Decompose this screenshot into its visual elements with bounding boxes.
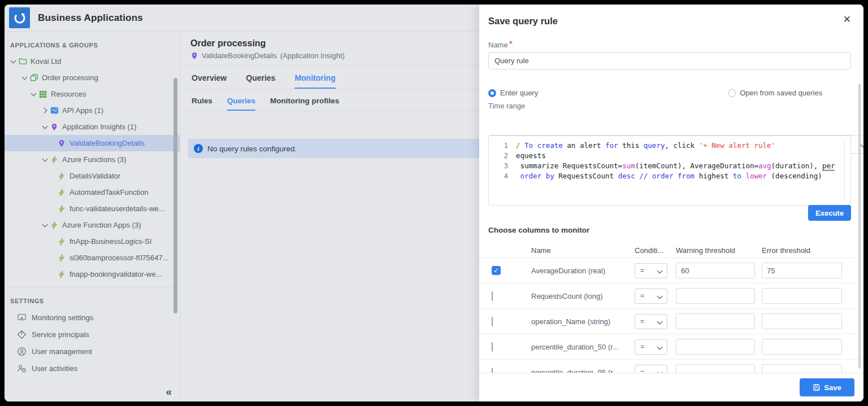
rule-name-input[interactable] bbox=[488, 52, 851, 69]
warning-threshold-input[interactable] bbox=[676, 263, 755, 278]
modal-footer: Save bbox=[479, 373, 863, 401]
settings-item-service-principals[interactable]: Service principals bbox=[5, 326, 180, 343]
user-clock-icon bbox=[17, 364, 27, 373]
tab-overview[interactable]: Overview bbox=[192, 73, 227, 89]
chevron-down-icon[interactable] bbox=[41, 126, 49, 128]
tree-item-label: ValidateBookingDetails bbox=[70, 139, 145, 147]
tab-queries[interactable]: Queries bbox=[246, 73, 275, 89]
chevron-down-icon[interactable] bbox=[20, 77, 28, 79]
required-asterisk: * bbox=[509, 40, 513, 49]
warning-threshold-input[interactable] bbox=[676, 313, 755, 329]
checkbox-checked[interactable]: ✓ bbox=[492, 266, 501, 275]
sidebar-section-settings: SETTINGS bbox=[5, 287, 180, 309]
error-threshold-input[interactable] bbox=[762, 263, 842, 278]
settings-item-user-activities[interactable]: User activities bbox=[5, 360, 180, 377]
checkbox-unchecked[interactable] bbox=[492, 342, 493, 352]
open-saved-queries-label: Open from saved queries bbox=[740, 89, 822, 97]
chevron-right-icon[interactable] bbox=[41, 108, 49, 112]
subtab-rules[interactable]: Rules bbox=[192, 97, 212, 111]
condition-value: = bbox=[640, 317, 644, 325]
sidebar-collapse-button[interactable]: « bbox=[166, 386, 172, 398]
tree-item-azure-function-apps-3[interactable]: Azure Function Apps (3) bbox=[5, 217, 180, 233]
code-text: order by RequestsCount desc // order fro… bbox=[516, 171, 822, 181]
subtabs-divider bbox=[180, 111, 479, 111]
chevron-down-icon[interactable] bbox=[41, 159, 49, 161]
error-threshold-input[interactable] bbox=[762, 288, 842, 304]
chevron-down-icon bbox=[657, 268, 663, 273]
bolt-icon bbox=[57, 172, 66, 181]
tree-item-azure-functions-3[interactable]: Azure Functions (3) bbox=[5, 151, 180, 168]
chevron-down-icon[interactable] bbox=[29, 93, 37, 95]
subtab-monitoring-profiles[interactable]: Monitoring profiles bbox=[270, 97, 339, 111]
modal-title: Save query rule bbox=[479, 5, 863, 27]
column-header-warning: Warning threshold bbox=[676, 246, 762, 255]
main-panel: Order processing ValidateBookingDetails … bbox=[180, 32, 479, 401]
condition-select[interactable]: = bbox=[635, 314, 667, 329]
condition-value: = bbox=[640, 267, 644, 274]
grid-icon bbox=[38, 90, 47, 99]
chevron-down-icon[interactable] bbox=[9, 60, 17, 63]
application-title: Order processing bbox=[180, 32, 479, 50]
tree-item-automatedtaskfunction[interactable]: AutomatedTaskFunction bbox=[5, 184, 180, 200]
checkbox-unchecked[interactable] bbox=[492, 317, 493, 326]
resource-subtitle: ValidateBookingDetails (Application Insi… bbox=[180, 50, 479, 65]
sidebar-scrollbar[interactable] bbox=[173, 78, 177, 313]
tree-item-label: func-validateuserdetails-we... bbox=[70, 204, 164, 213]
error-threshold-input[interactable] bbox=[762, 313, 842, 329]
execute-button[interactable]: Execute bbox=[808, 205, 851, 221]
line-number: 3 bbox=[489, 161, 516, 171]
settings-item-label: User activities bbox=[32, 364, 77, 373]
open-saved-queries-radio[interactable] bbox=[728, 89, 736, 97]
settings-item-user-management[interactable]: User management bbox=[5, 343, 180, 360]
tree-item-application-insights-1[interactable]: Application Insights (1) bbox=[5, 119, 180, 135]
tree-item-resources[interactable]: Resources bbox=[5, 86, 180, 102]
editor-line: 3 summarize RequestsCount=sum(itemCount)… bbox=[489, 161, 850, 171]
tree-item-order-processing[interactable]: Order processing bbox=[5, 69, 180, 86]
condition-select[interactable]: = bbox=[635, 339, 667, 355]
tree-item-kovai-ltd[interactable]: Kovai Ltd bbox=[5, 53, 180, 69]
chevron-down-icon bbox=[657, 344, 663, 350]
checkbox-unchecked[interactable] bbox=[492, 291, 493, 301]
code-text: / To create an alert for this query, cli… bbox=[516, 141, 775, 151]
tree-item-label: fnApp-BusinessLogics-SI bbox=[70, 237, 151, 246]
tree-item-detailsvalidator[interactable]: DetailsValidator bbox=[5, 168, 180, 184]
condition-select[interactable]: = bbox=[635, 263, 667, 278]
condition-select[interactable]: = bbox=[635, 289, 667, 304]
tree-item-fnapp-businesslogics-si[interactable]: fnApp-BusinessLogics-SI bbox=[5, 233, 180, 250]
error-threshold-input[interactable] bbox=[762, 339, 842, 355]
save-button[interactable]: Save bbox=[800, 378, 854, 396]
subtab-queries[interactable]: Queries bbox=[227, 97, 255, 111]
applications-tree: Kovai LtdOrder processingResourcesAPI Ap… bbox=[5, 53, 180, 282]
editor-line: 4 order by RequestsCount desc // order f… bbox=[489, 171, 850, 181]
tree-item-api-apps-1[interactable]: API Apps (1) bbox=[5, 102, 180, 119]
columns-table-header: Name Conditi... Warning threshold Error … bbox=[479, 244, 863, 256]
pin-icon bbox=[50, 123, 59, 132]
close-icon[interactable]: ✕ bbox=[843, 15, 851, 24]
editor-scroll-track bbox=[844, 139, 845, 202]
bolt-icon bbox=[57, 237, 66, 246]
tree-item-sl360bamprocessor-f075647[interactable]: sl360bamprocessor-f075647... bbox=[5, 250, 180, 266]
warning-threshold-input[interactable] bbox=[676, 288, 755, 304]
tree-item-label: DetailsValidator bbox=[70, 172, 120, 180]
save-icon bbox=[813, 383, 821, 391]
modal-scrollbar[interactable] bbox=[858, 84, 861, 369]
tree-item-fnapp-bookingvalidator-we[interactable]: fnapp-bookingvalidator-we... bbox=[5, 266, 180, 282]
pin-icon bbox=[57, 139, 66, 148]
tree-item-func-validateuserdetails-we[interactable]: func-validateuserdetails-we... bbox=[5, 200, 180, 217]
warning-threshold-input[interactable] bbox=[676, 339, 755, 355]
name-field-label: Name* bbox=[488, 40, 851, 50]
app-insights-pin-icon bbox=[190, 52, 198, 60]
settings-list: Monitoring settingsService principalsUse… bbox=[5, 309, 180, 377]
tree-item-validatebookingdetails[interactable]: ValidateBookingDetails bbox=[5, 135, 180, 151]
settings-item-monitoring-settings[interactable]: Monitoring settings bbox=[5, 309, 180, 326]
enter-query-radio[interactable] bbox=[488, 89, 496, 97]
chevron-down-icon[interactable] bbox=[41, 224, 49, 226]
tab-monitoring[interactable]: Monitoring bbox=[294, 73, 335, 89]
tab-bar: OverviewQueriesMonitoring bbox=[180, 66, 479, 89]
query-editor[interactable]: 1/ To create an alert for this query, cl… bbox=[488, 136, 851, 206]
bolt-icon bbox=[50, 221, 59, 230]
screenshot-frame: Business Applications APPLICATIONS & GRO… bbox=[0, 0, 868, 406]
line-number: 1 bbox=[489, 141, 516, 151]
app-header: Business Applications bbox=[5, 5, 479, 32]
table-row: RequestsCount (long)= bbox=[479, 283, 863, 308]
